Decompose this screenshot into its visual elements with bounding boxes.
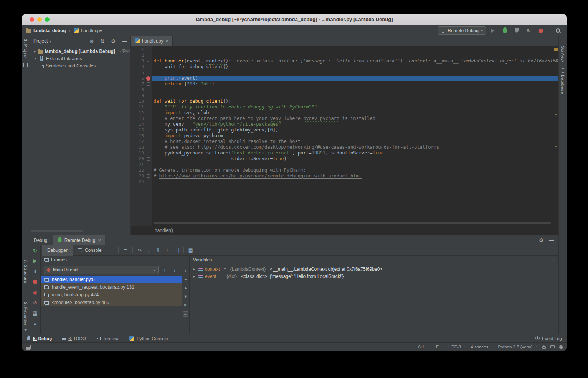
code-line[interactable]: print(event) <box>152 76 558 81</box>
run-configuration-select[interactable]: Remote Debug ▾ <box>438 26 486 35</box>
debug-session-tab[interactable]: Remote Debug × <box>53 235 105 245</box>
code-line[interactable]: # https://www.jetbrains.com/help/pycharm… <box>152 173 558 179</box>
locate-file-icon[interactable]: ⊕ <box>90 38 94 44</box>
line-number[interactable]: 4 <box>131 64 145 69</box>
move-up-icon[interactable]: ▲ <box>183 286 188 290</box>
fold-marker[interactable] <box>145 145 152 150</box>
event-log-button[interactable]: Event Log <box>535 336 562 341</box>
line-number[interactable]: 18 <box>131 145 145 150</box>
debug-button[interactable] <box>500 26 510 35</box>
line-number[interactable]: 1 <box>131 47 145 52</box>
minimize-window-button[interactable] <box>37 17 42 22</box>
line-number[interactable]: 11 <box>131 105 145 110</box>
frame-row[interactable]: handler, handler.py:6 <box>41 276 182 283</box>
force-step-into-button[interactable]: ⇓ <box>154 246 163 255</box>
editor-hscrollbar[interactable] <box>154 222 551 224</box>
code-line[interactable]: """Utility function to enable debugging … <box>152 104 558 110</box>
line-number[interactable]: 6 <box>131 76 145 81</box>
rerun-button[interactable]: ↻ <box>32 247 39 254</box>
error-stripe-mark[interactable] <box>555 114 557 115</box>
add-watch-icon[interactable]: + <box>184 269 187 273</box>
code-line[interactable]: import sys, glob <box>152 110 558 116</box>
stripe-button[interactable]: 1: Project <box>22 39 30 58</box>
bookmark-toolwindow-icon[interactable] <box>23 63 28 67</box>
zoom-window-button[interactable] <box>45 17 50 22</box>
toolwindow-button-6-todo[interactable]: 6: TODO <box>62 336 86 341</box>
chevron-right-icon[interactable]: ▸ <box>34 56 38 61</box>
line-number[interactable]: 15 <box>131 128 145 133</box>
code-line[interactable]: wait_for_debug_client() <box>152 64 558 70</box>
project-scrollbar[interactable] <box>31 230 83 232</box>
focus-on-output-icon[interactable]: → <box>107 246 116 255</box>
line-number[interactable]: 24 <box>131 179 145 184</box>
status-widget[interactable]: UTF-8÷ <box>448 345 466 349</box>
code-line[interactable]: sys.path.insert(0, glob.glob(my_venv)[0]… <box>152 127 558 133</box>
breakpoint-icon[interactable] <box>145 76 152 81</box>
code-line[interactable] <box>152 53 558 58</box>
thread-select[interactable]: MainThread ▾ <box>44 266 159 274</box>
editor-tab-handler[interactable]: handler.py × <box>131 36 173 46</box>
toolwindow-button-5-debug[interactable]: 5: Debug <box>26 336 52 341</box>
duplicate-icon[interactable]: ⊞ <box>184 302 187 307</box>
line-number[interactable]: 12 <box>131 110 145 115</box>
code-line[interactable]: # host.docker.internal should resolve to… <box>152 139 558 145</box>
chevron-down-icon[interactable]: ▾ <box>50 39 51 43</box>
infinity-icon[interactable]: ∞ <box>183 311 188 317</box>
code-line[interactable]: # see also: https://docs.docker.com/desk… <box>152 145 558 150</box>
status-widget[interactable]: LF÷ <box>434 345 444 349</box>
pause-button[interactable]: ‖ <box>32 268 39 275</box>
more-actions-button[interactable]: » <box>32 320 39 327</box>
variable-row[interactable]: ▸event={dict}<class 'dict'>: {'message':… <box>190 273 558 280</box>
line-number[interactable]: 16 <box>131 133 145 138</box>
line-number[interactable]: 7 <box>131 82 145 87</box>
step-out-button[interactable]: ↑ <box>163 246 172 255</box>
code-line[interactable]: def handler(event, context): event: <cla… <box>152 58 558 64</box>
frame-row[interactable]: <module>, bootstrap.py:486 <box>41 299 182 306</box>
code-line[interactable]: my_venv = "venv/lib/python*/site-package… <box>152 122 558 127</box>
tree-item[interactable]: ▸lambda_debug [Lambda Debug]~/PycharmPro… <box>30 48 130 55</box>
pane-options-icon[interactable]: → <box>551 258 555 262</box>
step-into-button[interactable]: ↓ <box>144 246 154 255</box>
stripe-button[interactable]: 7: Structure <box>22 260 30 283</box>
resume-button[interactable] <box>32 258 39 265</box>
code-line[interactable] <box>152 87 558 93</box>
line-number[interactable]: 14 <box>131 122 145 127</box>
stripe-button[interactable]: SciView <box>559 40 567 62</box>
tab-debugger[interactable]: Debugger <box>42 245 73 256</box>
frame-row[interactable]: handle_event_request, bootstrap.py:131 <box>41 283 182 291</box>
status-widget[interactable]: Python 3.8 (venv)÷ <box>498 345 538 349</box>
code-line[interactable]: return {200: "ok"} <box>152 81 558 87</box>
line-number[interactable]: 17 <box>131 139 145 144</box>
fold-marker[interactable] <box>145 156 152 162</box>
line-number[interactable]: 10 <box>131 99 145 104</box>
toolwindow-toggle-icon[interactable] <box>26 345 31 350</box>
run-button[interactable] <box>488 26 498 35</box>
toolwindow-button-terminal[interactable]: Terminal <box>96 336 119 341</box>
chevron-right-icon[interactable]: ▸ <box>192 274 196 278</box>
screen-icon[interactable] <box>550 345 555 348</box>
next-frame-button[interactable]: ↓ <box>171 267 178 273</box>
run-with-coverage-button[interactable] <box>512 26 522 35</box>
gear-icon[interactable]: ⚙ <box>539 237 543 243</box>
stripe-button[interactable]: Database <box>559 68 567 94</box>
line-number[interactable]: 5 <box>131 70 145 75</box>
frame-row[interactable]: main, bootstrap.py:474 <box>41 291 182 299</box>
line-number[interactable]: 21 <box>131 162 145 167</box>
editor-gutter[interactable]: 123−45678910−111213141516171819202122−23… <box>131 46 152 226</box>
previous-frame-button[interactable]: ↑ <box>161 267 168 273</box>
stop-button[interactable] <box>536 26 545 35</box>
breadcrumb-project[interactable]: lambda_debug <box>33 28 66 33</box>
breadcrumb-file[interactable]: handler.py <box>81 28 102 33</box>
variable-row[interactable]: ▸context={LambdaContext}<__main__.Lambda… <box>190 265 558 273</box>
attach-to-process-button[interactable]: ↻ <box>524 26 533 35</box>
caret-position[interactable]: 6:1 <box>418 345 424 349</box>
move-down-icon[interactable]: ▼ <box>183 294 188 299</box>
chevron-right-icon[interactable]: ▸ <box>192 267 196 271</box>
lock-icon[interactable] <box>542 346 546 349</box>
inspections-profile-icon[interactable] <box>559 345 563 349</box>
error-stripe-mark[interactable] <box>555 146 557 147</box>
view-breakpoints-button[interactable]: ◉ <box>32 289 39 296</box>
code-line[interactable]: pydevd_pycharm.settrace('host.docker.int… <box>152 150 558 156</box>
hide-panel-icon[interactable]: — <box>549 237 554 243</box>
line-number[interactable]: 2 <box>131 53 145 58</box>
